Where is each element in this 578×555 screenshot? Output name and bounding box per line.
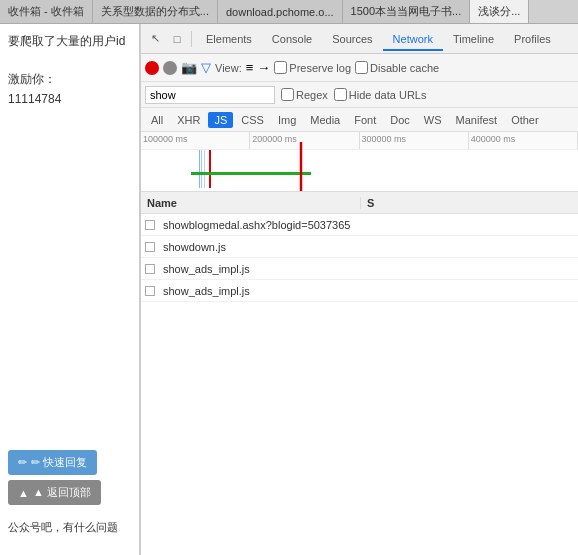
view-arrow-icon[interactable]: →: [257, 60, 270, 75]
row-checkbox-1: [141, 220, 159, 230]
inspect-icon[interactable]: □: [167, 29, 187, 49]
timeline-ruler: 100000 ms 200000 ms 300000 ms 400000 ms: [141, 132, 578, 150]
disable-cache-checkbox[interactable]: [355, 61, 368, 74]
red-arrow: [291, 137, 341, 192]
devtools-toolbar: ↖ □ Elements Console Sources Network Tim…: [141, 24, 578, 54]
timeline-bar-red: [209, 150, 211, 188]
hide-data-urls-checkbox[interactable]: [334, 88, 347, 101]
tick-400k: 400000 ms: [469, 132, 578, 149]
browser-text-2: 激励你：: [8, 70, 131, 89]
table-row[interactable]: show_ads_impl.js: [141, 258, 578, 280]
filter-doc[interactable]: Doc: [384, 112, 416, 128]
filter-css[interactable]: CSS: [235, 112, 270, 128]
checkbox-box-1: [145, 220, 155, 230]
network-table: Name S showblogmedal.ashx?blogid=5037365…: [141, 192, 578, 555]
table-row[interactable]: showblogmedal.ashx?blogid=5037365: [141, 214, 578, 236]
tab-books[interactable]: 1500本当当网电子书...: [343, 0, 471, 23]
camera-icon[interactable]: 📷: [181, 60, 197, 75]
devtools-panel: ↖ □ Elements Console Sources Network Tim…: [140, 24, 578, 555]
table-row[interactable]: showdown.js: [141, 236, 578, 258]
tab-sources[interactable]: Sources: [322, 29, 382, 51]
tab-active[interactable]: 浅谈分...: [470, 0, 529, 23]
network-toolbar: 📷 ▽ View: ≡ → Preserve log Disable cache: [141, 54, 578, 82]
row-checkbox-2: [141, 242, 159, 252]
edit-icon: ✏: [18, 456, 27, 469]
timeline-bar-blue-3: [204, 150, 205, 188]
tab-network[interactable]: Network: [383, 29, 443, 51]
filter-icon[interactable]: ▽: [201, 60, 211, 75]
hide-data-urls-label[interactable]: Hide data URLs: [334, 88, 427, 101]
preserve-log-checkbox[interactable]: [274, 61, 287, 74]
table-header: Name S: [141, 192, 578, 214]
checkbox-box-3: [145, 264, 155, 274]
tab-profiles[interactable]: Profiles: [504, 29, 561, 51]
filter-img[interactable]: Img: [272, 112, 302, 128]
cursor-tool-icon[interactable]: ↖: [145, 29, 165, 49]
column-name: Name: [141, 197, 361, 209]
tab-download[interactable]: download.pchome.o...: [218, 0, 343, 23]
toolbar-separator: [191, 31, 192, 47]
disable-cache-label[interactable]: Disable cache: [355, 61, 439, 74]
tab-inbox[interactable]: 收件箱 - 收件箱: [0, 0, 93, 23]
row-name-1: showblogmedal.ashx?blogid=5037365: [159, 219, 578, 231]
checkbox-box-4: [145, 286, 155, 296]
filter-all[interactable]: All: [145, 112, 169, 128]
regex-checkbox[interactable]: [281, 88, 294, 101]
main-area: 要爬取了大量的用户id 激励你： 11114784 ✏ ✏ 快速回复 ▲ ▲ 返…: [0, 24, 578, 555]
browser-content: 要爬取了大量的用户id 激励你： 11114784 ✏ ✏ 快速回复 ▲ ▲ 返…: [0, 24, 140, 555]
view-label: View:: [215, 62, 242, 74]
search-input[interactable]: [145, 86, 275, 104]
search-bar: Regex Hide data URLs: [141, 82, 578, 108]
row-name-4: show_ads_impl.js: [159, 285, 578, 297]
tick-300k: 300000 ms: [360, 132, 469, 149]
tab-bar: 收件箱 - 收件箱 关系型数据的分布式... download.pchome.o…: [0, 0, 578, 24]
filter-font[interactable]: Font: [348, 112, 382, 128]
row-checkbox-3: [141, 264, 159, 274]
back-to-top-button[interactable]: ▲ ▲ 返回顶部: [8, 480, 101, 505]
row-checkbox-4: [141, 286, 159, 296]
tick-100k: 100000 ms: [141, 132, 250, 149]
filter-ws[interactable]: WS: [418, 112, 448, 128]
quick-reply-button[interactable]: ✏ ✏ 快速回复: [8, 450, 97, 475]
column-status: S: [361, 197, 578, 209]
filter-xhr[interactable]: XHR: [171, 112, 206, 128]
filter-tabs: All XHR JS CSS Img Media Font Doc: [141, 108, 578, 132]
record-button[interactable]: [145, 61, 159, 75]
tab-relational[interactable]: 关系型数据的分布式...: [93, 0, 218, 23]
tab-timeline[interactable]: Timeline: [443, 29, 504, 51]
timeline-bar-blue-2: [201, 150, 202, 188]
devtools-tabs: Elements Console Sources Network Timelin…: [196, 29, 574, 49]
tab-console[interactable]: Console: [262, 29, 322, 51]
checkbox-box-2: [145, 242, 155, 252]
timeline-area: 100000 ms 200000 ms 300000 ms 400000 ms: [141, 132, 578, 192]
red-arrow-svg: [291, 137, 341, 192]
table-row[interactable]: show_ads_impl.js: [141, 280, 578, 302]
filter-manifest[interactable]: Manifest: [450, 112, 504, 128]
tab-elements[interactable]: Elements: [196, 29, 262, 51]
filter-other[interactable]: Other: [505, 112, 545, 128]
arrow-up-icon: ▲: [18, 487, 29, 499]
browser-text-1: 要爬取了大量的用户id: [8, 32, 131, 51]
preserve-log-label[interactable]: Preserve log: [274, 61, 351, 74]
footer-text: 公众号吧，有什么问题: [8, 520, 118, 535]
filter-media[interactable]: Media: [304, 112, 346, 128]
regex-label[interactable]: Regex: [281, 88, 328, 101]
timeline-bar-blue-1: [199, 150, 200, 188]
view-list-icon[interactable]: ≡: [246, 60, 254, 75]
stop-button[interactable]: [163, 61, 177, 75]
filter-js[interactable]: JS: [208, 112, 233, 128]
row-name-2: showdown.js: [159, 241, 578, 253]
row-name-3: show_ads_impl.js: [159, 263, 578, 275]
browser-text-3: 11114784: [8, 90, 131, 109]
